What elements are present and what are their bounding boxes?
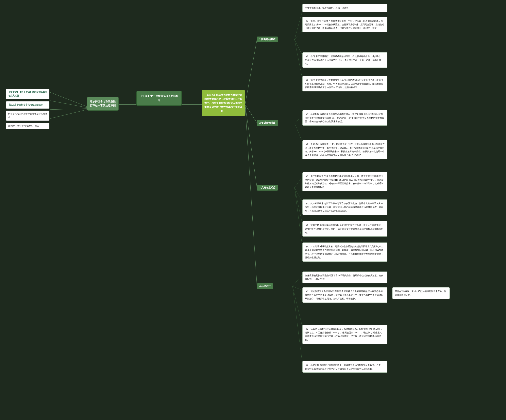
branch4-box0: 临床应用的药物主要是防治器官官肺纤维的损伤，所用药物包括糖皮质激素、免疫抑制剂、… xyxy=(302,271,387,283)
svg-line-15 xyxy=(294,123,302,142)
sidebar-card-4-title: 2020护士执业资格考试练习题库 xyxy=(8,124,47,128)
svg-line-7 xyxy=(245,105,257,123)
branch-label-2: 2.促进毒物排出 xyxy=(257,120,278,126)
knowledge-node-text: 【知识点】临床尚无急性百草枯中毒的特效解毒药物，对其救治仍处于探索中。尽早采取措… xyxy=(204,94,242,113)
svg-line-21 xyxy=(293,286,302,290)
main-node: 【汇总】护士资格常见考点总结提示 xyxy=(136,91,182,106)
branch4-box2: （2）抗氧化 抗氧化可调清除氧自由基，减轻细胞损伤。抗氧化物化酶（SOD）、谷胱… xyxy=(302,325,387,344)
branch4-box1: （1）糖皮质激素及免疫抑制剂 早期联合应用糖皮质激素及环磷酰胺中近治疗中重度急性… xyxy=(302,287,387,303)
branch3-box3: （4）对症处理 对呕吐频发者，可用5-羟色胺受体拮抗剂的组胺输止化剂控制其吐，避… xyxy=(302,242,387,262)
sidebar-card-1[interactable]: 【重点点】【护士资格】基础护理学常见考点大汇总 xyxy=(6,89,49,99)
branch3-box0: （1）氧疗及机械通气 急性百草枯中毒应最免疫原始给氧。基于百草枯中毒毒理机制的认… xyxy=(302,172,387,191)
svg-line-13 xyxy=(294,39,302,79)
svg-line-22 xyxy=(293,286,302,327)
svg-line-9 xyxy=(245,105,257,286)
svg-line-1 xyxy=(50,101,87,108)
branch-label-3: 3.支持对症治疗 xyxy=(257,185,278,191)
branch4-box3: （3）其他药物 蛋白酶抑制剂乌斯他丁、非甾体抗炎药水杨酸钠及血必净、丹参、银杏叶… xyxy=(302,361,387,373)
branch3-box2: （3）营养支持 急性百草枯中毒应因化道损伤严重而饮食者，注意给予营养支持，必要时… xyxy=(302,221,387,237)
branch-label-4: 4.药物治疗 xyxy=(257,283,273,289)
sidebar-card-2-title: 【汇总】护士资格常见考点总结提示 xyxy=(8,103,47,106)
svg-line-0 xyxy=(50,92,87,107)
branch1-box2: （2）导泻 用20%甘露醇、硫酸钠或硫酸镁导泻，促进肠道毒物排出，减少吸收。患者… xyxy=(302,52,387,68)
svg-line-17 xyxy=(294,187,302,202)
svg-line-23 xyxy=(293,286,302,363)
svg-line-12 xyxy=(294,39,302,55)
extra-note: 其他如环孢素A、重组人乙型肿瘤坏死因子也有效、尚需循证医学证据。 xyxy=(392,287,450,299)
svg-line-10 xyxy=(294,11,302,39)
svg-line-11 xyxy=(294,31,302,39)
branch3-box1: （2）抗生素的应用 急性百草枯中毒可导致多器官损伤，使用糖皮质激素及免疫抑制剂，… xyxy=(302,200,387,215)
svg-line-19 xyxy=(294,187,302,247)
branch1-box3: （3）清洗 皮肤接触者，立即脱去被百草枯污染的衣物后用大量清水冲洗，用清水和肥皂… xyxy=(302,76,387,91)
branch1-box0: 主要措施有催吐、洗胃与吸附、导泻、清洗等。 xyxy=(302,4,387,12)
sidebar-card-2[interactable]: 【汇总】护士资格常见考点总结提示 xyxy=(6,101,49,109)
svg-line-18 xyxy=(294,187,302,224)
svg-line-16 xyxy=(294,177,302,187)
knowledge-node: 【知识点】临床尚无急性百草枯中毒的特效解毒药物，对其救治仍处于探索中。尽早采取措… xyxy=(202,90,245,116)
branch1-box1: （1）催吐、洗胃与吸附 可刺激咽喉部催吐，争分夺秒洗胃，洗胃液直选清水，也可用肥… xyxy=(302,17,387,32)
branch2-box0: （1）补液利尿 百草枯急性中毒患者都存在脱水，建议补液联合静脉注射袢利尿剂有利于… xyxy=(302,110,387,126)
svg-line-6 xyxy=(245,39,257,105)
svg-line-14 xyxy=(294,116,302,123)
sidebar-card-1-title: 【重点点】【护士资格】基础护理学常见考点大汇总 xyxy=(8,91,47,97)
svg-line-8 xyxy=(245,105,257,187)
sidebar-card-4[interactable]: 2020护士执业资格考试练习题库 xyxy=(6,123,49,129)
svg-line-20 xyxy=(293,274,302,286)
center-node-text: 急诊护理学之救治急性百草枯中毒的治疗原则 xyxy=(90,100,116,107)
svg-line-2 xyxy=(50,109,87,110)
svg-line-3 xyxy=(50,110,87,118)
left-sidebar: 【重点点】【护士资格】基础护理学常见考点大汇总 【汇总】护士资格常见考点总结提示… xyxy=(6,89,49,129)
branch2-box1: （2）血液净化 血液灌流（HP）和血液透析（HD）是清除血液循环中毒物的常用方法… xyxy=(302,140,387,159)
sidebar-card-3-title: 护士资格考点之异常呼吸分类及特点常考点 xyxy=(8,112,47,119)
center-node: 急诊护理学之救治急性百草枯中毒的治疗原则 xyxy=(87,97,119,110)
branch-label-1: 1.阻断毒物吸收 xyxy=(257,37,278,42)
main-node-text: 【汇总】护士资格常见考点总结提示 xyxy=(140,95,179,102)
sidebar-card-3[interactable]: 护士资格考点之异常呼吸分类及特点常考点 xyxy=(6,110,49,121)
